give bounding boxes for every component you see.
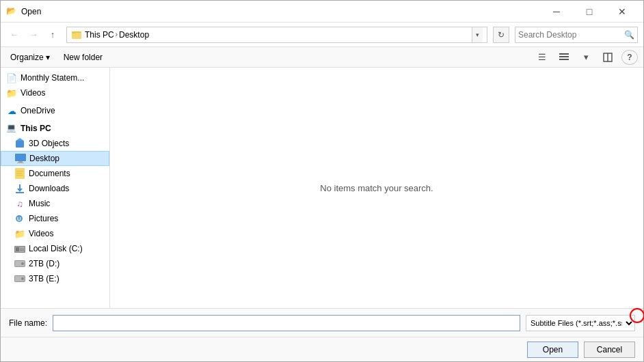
sidebar-item-label-3tb-e: 3TB (E:) (29, 274, 59, 283)
svg-rect-12 (17, 163, 24, 163)
preview-pane-button[interactable] (600, 50, 616, 65)
thispc-header-icon: 💻 (6, 123, 17, 134)
new-folder-button[interactable]: New folder (59, 50, 107, 65)
sidebar-item-label-3d: 3D Objects (29, 139, 69, 148)
onedrive-icon: ☁ (6, 105, 17, 116)
svg-rect-8 (16, 141, 24, 148)
new-folder-label: New folder (64, 53, 103, 62)
svg-point-29 (21, 262, 24, 265)
monthly-statem-icon: 📄 (6, 72, 17, 83)
organize-label: Organize (10, 53, 44, 62)
sidebar-item-3d-objects[interactable]: 3D Objects (1, 136, 109, 151)
cancel-button[interactable]: Cancel (584, 342, 635, 358)
file-name-input[interactable] (53, 315, 520, 331)
content-area: 📄 Monthly Statem... 📁 Videos ☁ OneDrive … (1, 68, 643, 308)
sidebar-item-3tb-e[interactable]: 3TB (E:) (1, 271, 109, 286)
forward-button[interactable]: → (25, 27, 42, 43)
view-list-button[interactable]: ☰ (534, 50, 550, 65)
view-dropdown-button[interactable]: ▾ (578, 50, 594, 65)
sidebar-item-label-music: Music (29, 199, 50, 208)
svg-rect-4 (559, 56, 569, 57)
file-selection-bar: File name: Subtitle Files (*.srt;*.ass;*… (1, 308, 643, 337)
nav-toolbar: ← → ↑ This PC › Desktop ▾ ↻ 🔍 (1, 23, 643, 47)
svg-rect-2 (72, 31, 76, 33)
3d-objects-icon (14, 138, 25, 149)
sidebar-item-onedrive[interactable]: ☁ OneDrive (1, 103, 109, 118)
svg-rect-10 (15, 154, 26, 161)
search-icon: 🔍 (624, 30, 634, 40)
back-button[interactable]: ← (6, 27, 23, 43)
local-c-icon (14, 243, 25, 254)
sidebar-item-label-thispc: This PC (21, 124, 51, 133)
minimize-button[interactable]: ─ (541, 1, 572, 23)
sidebar-item-label-documents: Documents (29, 169, 70, 178)
sidebar: 📄 Monthly Statem... 📁 Videos ☁ OneDrive … (1, 68, 110, 308)
sidebar-item-label-onedrive: OneDrive (21, 106, 55, 115)
breadcrumb-desktop[interactable]: Desktop (119, 30, 149, 40)
documents-icon (14, 168, 25, 179)
search-input[interactable] (518, 30, 624, 40)
help-button[interactable]: ? (621, 50, 638, 65)
open-button[interactable]: Open (527, 342, 578, 358)
svg-rect-3 (559, 53, 569, 55)
music-icon: ♫ (14, 198, 25, 209)
dialog-title: Open (21, 7, 541, 16)
videos-quick-icon: 📁 (6, 87, 17, 98)
svg-marker-9 (16, 138, 24, 141)
svg-point-32 (21, 277, 24, 280)
sidebar-item-documents[interactable]: Documents (1, 166, 109, 181)
file-name-label: File name: (9, 318, 47, 328)
svg-rect-15 (16, 173, 22, 174)
address-icon (71, 29, 82, 40)
address-dropdown-button[interactable]: ▾ (472, 27, 483, 42)
svg-rect-1 (72, 33, 81, 39)
svg-rect-26 (20, 250, 24, 251)
svg-rect-19 (16, 192, 24, 193)
organize-toolbar: Organize ▾ New folder ☰ ▾ ? (1, 47, 643, 68)
up-button[interactable]: ↑ (44, 27, 61, 43)
2tb-d-icon (14, 258, 25, 269)
breadcrumb-sep1: › (116, 31, 118, 38)
3tb-e-icon (14, 273, 25, 284)
sidebar-item-downloads[interactable]: Downloads (1, 181, 109, 196)
refresh-button[interactable]: ↻ (493, 27, 509, 43)
svg-rect-25 (20, 249, 24, 249)
organize-button[interactable]: Organize ▾ (6, 50, 54, 65)
maximize-button[interactable]: □ (574, 1, 605, 23)
sidebar-item-videos-quick[interactable]: 📁 Videos (1, 85, 109, 100)
sidebar-item-2tb-d[interactable]: 2TB (D:) (1, 256, 109, 271)
sidebar-item-monthly-statem[interactable]: 📄 Monthly Statem... (1, 70, 109, 85)
sidebar-item-label-pictures: Pictures (29, 214, 58, 223)
organize-arrow: ▾ (46, 53, 50, 62)
sidebar-item-label-monthly: Monthly Statem... (21, 73, 84, 83)
file-type-container: Subtitle Files (*.srt;*.ass;*.ssa;*.i (526, 315, 635, 331)
svg-rect-14 (16, 171, 23, 172)
sidebar-item-local-c[interactable]: Local Disk (C:) (1, 241, 109, 256)
file-type-select[interactable]: Subtitle Files (*.srt;*.ass;*.ssa;*.i (526, 315, 635, 331)
sidebar-item-desktop[interactable]: Desktop (1, 151, 109, 166)
svg-marker-18 (17, 189, 23, 192)
address-bar[interactable]: This PC › Desktop ▾ (66, 27, 487, 43)
sidebar-item-label-videos-quick: Videos (21, 88, 45, 98)
sidebar-item-label-2tb-d: 2TB (D:) (29, 259, 59, 268)
svg-rect-11 (18, 161, 23, 163)
main-content-area: No items match your search. (110, 68, 643, 308)
breadcrumb-this-pc[interactable]: This PC (85, 30, 114, 40)
breadcrumb: This PC › Desktop (85, 30, 472, 40)
dialog-icon: 📂 (6, 6, 17, 17)
videos-icon: 📁 (14, 228, 25, 239)
sidebar-item-label-desktop: Desktop (29, 154, 59, 163)
sidebar-item-videos[interactable]: 📁 Videos (1, 226, 109, 241)
sidebar-item-music[interactable]: ♫ Music (1, 196, 109, 211)
sidebar-item-label-downloads: Downloads (29, 184, 69, 193)
empty-message: No items match your search. (320, 183, 433, 193)
svg-text:U: U (17, 216, 21, 222)
sidebar-thispc-header[interactable]: 💻 This PC (1, 121, 109, 136)
title-bar: 📂 Open ─ □ ✕ (1, 1, 643, 23)
sidebar-item-pictures[interactable]: U Pictures (1, 211, 109, 226)
svg-rect-24 (16, 247, 19, 251)
view-details-button[interactable] (556, 50, 572, 65)
close-button[interactable]: ✕ (606, 1, 638, 23)
sidebar-item-label-local-c: Local Disk (C:) (29, 244, 83, 253)
desktop-icon (15, 153, 26, 164)
